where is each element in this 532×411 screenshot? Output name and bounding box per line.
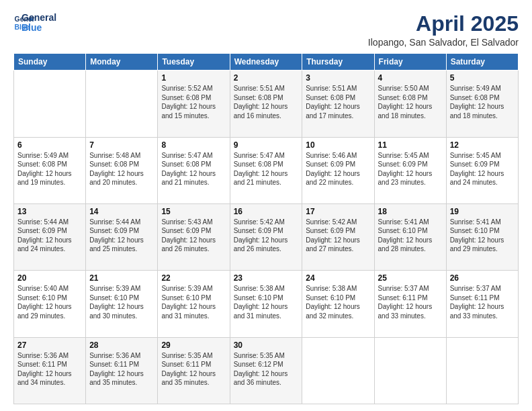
day-info: Sunrise: 5:40 AM Sunset: 6:10 PM Dayligh…	[17, 284, 82, 320]
calendar-cell: 7Sunrise: 5:48 AM Sunset: 6:08 PM Daylig…	[86, 137, 158, 203]
calendar-cell	[14, 71, 86, 137]
day-number: 15	[161, 207, 226, 216]
day-number: 3	[306, 73, 370, 83]
day-info: Sunrise: 5:38 AM Sunset: 6:10 PM Dayligh…	[234, 284, 299, 320]
day-number: 22	[161, 273, 226, 283]
logo: General Blue General Blue	[13, 12, 56, 34]
calendar-cell: 13Sunrise: 5:44 AM Sunset: 6:09 PM Dayli…	[14, 203, 86, 270]
day-number: 17	[306, 207, 370, 216]
calendar-cell: 18Sunrise: 5:41 AM Sunset: 6:10 PM Dayli…	[374, 203, 446, 270]
day-number: 14	[89, 207, 154, 216]
calendar-cell: 21Sunrise: 5:39 AM Sunset: 6:10 PM Dayli…	[86, 271, 158, 337]
weekday-header: Monday	[86, 54, 158, 71]
day-info: Sunrise: 5:35 AM Sunset: 6:12 PM Dayligh…	[234, 351, 299, 387]
calendar-cell: 16Sunrise: 5:42 AM Sunset: 6:09 PM Dayli…	[230, 203, 302, 270]
weekday-header: Sunday	[14, 54, 86, 71]
day-info: Sunrise: 5:49 AM Sunset: 6:08 PM Dayligh…	[17, 151, 82, 187]
day-number: 29	[161, 340, 226, 350]
calendar-week-row: 13Sunrise: 5:44 AM Sunset: 6:09 PM Dayli…	[14, 203, 519, 270]
day-number: 12	[450, 140, 515, 150]
calendar-header-row: SundayMondayTuesdayWednesdayThursdayFrid…	[14, 54, 519, 71]
calendar-cell: 25Sunrise: 5:37 AM Sunset: 6:11 PM Dayli…	[374, 271, 446, 337]
day-info: Sunrise: 5:42 AM Sunset: 6:09 PM Dayligh…	[234, 218, 299, 254]
day-info: Sunrise: 5:41 AM Sunset: 6:10 PM Dayligh…	[450, 218, 515, 254]
day-number: 7	[89, 140, 154, 150]
day-number: 30	[234, 340, 299, 350]
calendar-cell	[302, 337, 374, 404]
day-number: 16	[234, 207, 299, 216]
day-info: Sunrise: 5:37 AM Sunset: 6:11 PM Dayligh…	[378, 284, 443, 320]
day-number: 1	[161, 73, 226, 83]
day-number: 6	[17, 140, 82, 150]
calendar-cell: 5Sunrise: 5:49 AM Sunset: 6:08 PM Daylig…	[446, 71, 518, 137]
calendar-cell: 10Sunrise: 5:46 AM Sunset: 6:09 PM Dayli…	[302, 137, 374, 203]
day-info: Sunrise: 5:43 AM Sunset: 6:09 PM Dayligh…	[161, 218, 226, 254]
day-info: Sunrise: 5:44 AM Sunset: 6:09 PM Dayligh…	[89, 218, 154, 254]
calendar-cell: 29Sunrise: 5:35 AM Sunset: 6:11 PM Dayli…	[158, 337, 230, 404]
weekday-header: Friday	[374, 54, 446, 71]
calendar-cell: 4Sunrise: 5:50 AM Sunset: 6:08 PM Daylig…	[374, 71, 446, 137]
calendar-cell: 9Sunrise: 5:47 AM Sunset: 6:08 PM Daylig…	[230, 137, 302, 203]
day-info: Sunrise: 5:39 AM Sunset: 6:10 PM Dayligh…	[161, 284, 226, 320]
day-number: 21	[89, 273, 154, 283]
day-info: Sunrise: 5:51 AM Sunset: 6:08 PM Dayligh…	[306, 84, 370, 120]
calendar-cell: 1Sunrise: 5:52 AM Sunset: 6:08 PM Daylig…	[158, 71, 230, 137]
calendar-cell: 20Sunrise: 5:40 AM Sunset: 6:10 PM Dayli…	[14, 271, 86, 337]
day-number: 28	[89, 340, 154, 350]
day-number: 26	[450, 273, 515, 283]
calendar-cell	[446, 337, 518, 404]
day-info: Sunrise: 5:44 AM Sunset: 6:09 PM Dayligh…	[17, 218, 82, 254]
calendar-cell: 19Sunrise: 5:41 AM Sunset: 6:10 PM Dayli…	[446, 203, 518, 270]
calendar-cell: 8Sunrise: 5:47 AM Sunset: 6:08 PM Daylig…	[158, 137, 230, 203]
header: General Blue General Blue April 2025 Ilo…	[13, 12, 519, 48]
day-number: 27	[17, 340, 82, 350]
calendar-cell: 6Sunrise: 5:49 AM Sunset: 6:08 PM Daylig…	[14, 137, 86, 203]
calendar-cell: 12Sunrise: 5:45 AM Sunset: 6:09 PM Dayli…	[446, 137, 518, 203]
day-number: 9	[234, 140, 299, 150]
day-number: 5	[450, 73, 515, 83]
day-number: 11	[378, 140, 443, 150]
day-info: Sunrise: 5:47 AM Sunset: 6:08 PM Dayligh…	[234, 151, 299, 187]
calendar-cell: 2Sunrise: 5:51 AM Sunset: 6:08 PM Daylig…	[230, 71, 302, 137]
day-info: Sunrise: 5:36 AM Sunset: 6:11 PM Dayligh…	[17, 351, 82, 387]
main-title: April 2025	[368, 12, 519, 36]
calendar-cell: 30Sunrise: 5:35 AM Sunset: 6:12 PM Dayli…	[230, 337, 302, 404]
day-number: 24	[306, 273, 370, 283]
calendar-cell: 3Sunrise: 5:51 AM Sunset: 6:08 PM Daylig…	[302, 71, 374, 137]
day-info: Sunrise: 5:35 AM Sunset: 6:11 PM Dayligh…	[161, 351, 226, 387]
day-info: Sunrise: 5:38 AM Sunset: 6:10 PM Dayligh…	[306, 284, 370, 320]
day-info: Sunrise: 5:51 AM Sunset: 6:08 PM Dayligh…	[234, 84, 299, 120]
subtitle: Ilopango, San Salvador, El Salvador	[368, 37, 519, 48]
day-info: Sunrise: 5:39 AM Sunset: 6:10 PM Dayligh…	[89, 284, 154, 320]
calendar-cell: 17Sunrise: 5:42 AM Sunset: 6:09 PM Dayli…	[302, 203, 374, 270]
day-number: 23	[234, 273, 299, 283]
day-info: Sunrise: 5:45 AM Sunset: 6:09 PM Dayligh…	[378, 151, 443, 187]
day-number: 2	[234, 73, 299, 83]
day-number: 10	[306, 140, 370, 150]
calendar-cell: 23Sunrise: 5:38 AM Sunset: 6:10 PM Dayli…	[230, 271, 302, 337]
calendar-cell: 24Sunrise: 5:38 AM Sunset: 6:10 PM Dayli…	[302, 271, 374, 337]
day-info: Sunrise: 5:41 AM Sunset: 6:10 PM Dayligh…	[378, 218, 443, 254]
calendar-cell: 14Sunrise: 5:44 AM Sunset: 6:09 PM Dayli…	[86, 203, 158, 270]
day-info: Sunrise: 5:49 AM Sunset: 6:08 PM Dayligh…	[450, 84, 515, 120]
day-info: Sunrise: 5:42 AM Sunset: 6:09 PM Dayligh…	[306, 218, 370, 254]
day-info: Sunrise: 5:46 AM Sunset: 6:09 PM Dayligh…	[306, 151, 370, 187]
calendar-cell: 11Sunrise: 5:45 AM Sunset: 6:09 PM Dayli…	[374, 137, 446, 203]
calendar-cell: 15Sunrise: 5:43 AM Sunset: 6:09 PM Dayli…	[158, 203, 230, 270]
logo-blue: Blue	[21, 23, 56, 33]
day-info: Sunrise: 5:47 AM Sunset: 6:08 PM Dayligh…	[161, 151, 226, 187]
weekday-header: Saturday	[446, 54, 518, 71]
weekday-header: Wednesday	[230, 54, 302, 71]
day-number: 8	[161, 140, 226, 150]
day-number: 18	[378, 207, 443, 216]
calendar-week-row: 27Sunrise: 5:36 AM Sunset: 6:11 PM Dayli…	[14, 337, 519, 404]
calendar-cell	[374, 337, 446, 404]
calendar-cell	[86, 71, 158, 137]
day-info: Sunrise: 5:50 AM Sunset: 6:08 PM Dayligh…	[378, 84, 443, 120]
day-number: 4	[378, 73, 443, 83]
day-info: Sunrise: 5:37 AM Sunset: 6:11 PM Dayligh…	[450, 284, 515, 320]
logo-general: General	[21, 13, 56, 23]
page: General Blue General Blue April 2025 Ilo…	[0, 0, 532, 411]
day-info: Sunrise: 5:52 AM Sunset: 6:08 PM Dayligh…	[161, 84, 226, 120]
calendar-week-row: 20Sunrise: 5:40 AM Sunset: 6:10 PM Dayli…	[14, 271, 519, 337]
